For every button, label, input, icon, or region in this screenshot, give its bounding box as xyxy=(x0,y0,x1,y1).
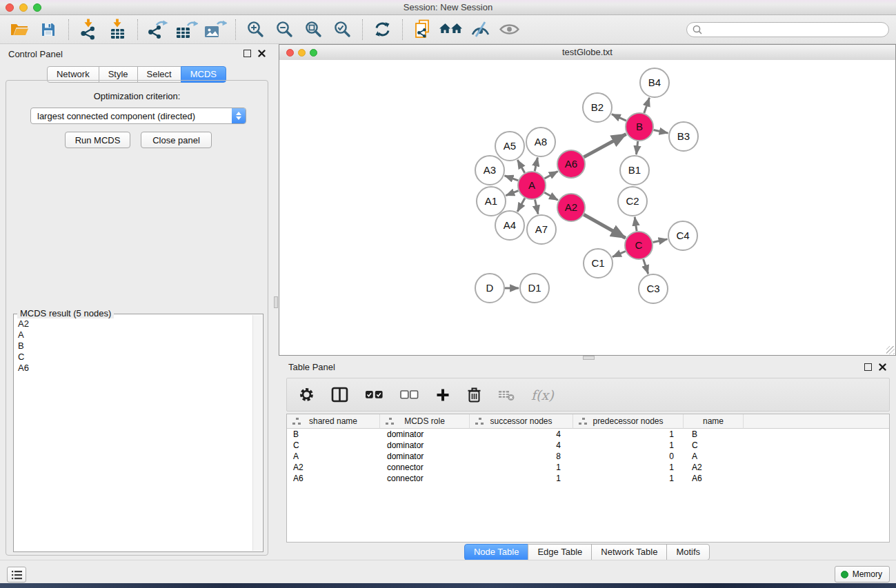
table-cell[interactable]: A2 xyxy=(287,462,380,473)
table-cell[interactable]: A xyxy=(684,451,744,462)
vertical-split-divider[interactable] xyxy=(274,44,279,560)
import-network-icon[interactable] xyxy=(76,17,101,42)
table-row[interactable]: Cdominator41C xyxy=(287,440,889,451)
resize-grip-icon[interactable] xyxy=(886,346,895,354)
table-cell[interactable]: dominator xyxy=(380,451,470,462)
table-row[interactable]: A6connector11A6 xyxy=(287,473,889,484)
column-header-shared-name[interactable]: shared name xyxy=(287,414,380,429)
graph-edge-B-B2[interactable] xyxy=(612,114,626,121)
table-cell[interactable]: connector xyxy=(380,473,470,484)
table-cell[interactable]: 1 xyxy=(470,473,573,484)
memory-button[interactable]: Memory xyxy=(835,566,890,582)
graph-edge-A-A1[interactable] xyxy=(506,191,518,196)
graph-edge-B-B1[interactable] xyxy=(637,141,638,154)
close-panel-icon[interactable] xyxy=(879,363,886,371)
graph-edge-A-A5[interactable] xyxy=(517,160,524,173)
graph-edge-A-A2[interactable] xyxy=(544,192,558,200)
float-panel-icon[interactable] xyxy=(864,363,872,371)
table-cell[interactable]: 1 xyxy=(573,429,684,440)
table-cell[interactable]: B xyxy=(287,429,380,440)
mcds-result-list[interactable]: A2ABCA6 xyxy=(14,318,253,551)
export-table-icon[interactable] xyxy=(174,17,199,42)
save-session-icon[interactable] xyxy=(36,17,61,42)
column-header-mcds-role[interactable]: MCDS role xyxy=(380,414,470,429)
graph-edge-C-C3[interactable] xyxy=(644,259,648,274)
zoom-out-icon[interactable] xyxy=(272,17,297,42)
delete-column-trash-icon[interactable] xyxy=(467,387,481,403)
column-header-successor-nodes[interactable]: successor nodes xyxy=(470,414,573,429)
task-history-button[interactable] xyxy=(7,567,26,582)
close-panel-button[interactable]: Close panel xyxy=(141,132,212,148)
refresh-icon[interactable] xyxy=(370,17,395,42)
first-neighbors-icon[interactable] xyxy=(439,17,464,42)
result-list-item[interactable]: A2 xyxy=(14,318,253,330)
table-settings-gear-icon[interactable] xyxy=(299,387,315,403)
table-cell[interactable]: 0 xyxy=(573,451,684,462)
tab-motifs[interactable]: Motifs xyxy=(666,544,710,560)
graph-edge-C-C2[interactable] xyxy=(635,217,637,231)
export-image-icon[interactable] xyxy=(203,17,228,42)
column-header-predecessor-nodes[interactable]: predecessor nodes xyxy=(573,414,684,429)
select-all-icon[interactable] xyxy=(365,390,384,399)
show-graphics-details-icon[interactable] xyxy=(497,17,521,42)
table-cell[interactable]: connector xyxy=(380,462,470,473)
tab-node-table[interactable]: Node Table xyxy=(464,544,529,560)
table-cell[interactable]: C xyxy=(684,440,744,451)
table-cell[interactable]: B xyxy=(684,429,744,440)
function-builder-icon[interactable]: f(x) xyxy=(531,387,554,403)
graph-edge-C-C1[interactable] xyxy=(613,252,626,257)
table-cell[interactable]: A6 xyxy=(684,473,744,484)
column-header-name[interactable]: name xyxy=(684,414,744,429)
new-network-from-selection-icon[interactable] xyxy=(410,17,435,42)
graph-edge-C-C4[interactable] xyxy=(653,239,668,243)
graph-edge-A-A6[interactable] xyxy=(544,172,557,179)
divider-grip[interactable] xyxy=(274,296,278,308)
table-cell[interactable]: dominator xyxy=(380,440,470,451)
close-panel-icon[interactable] xyxy=(258,50,266,57)
table-cell[interactable]: A2 xyxy=(684,462,744,473)
search-field[interactable] xyxy=(686,22,889,37)
table-row[interactable]: A2connector11A2 xyxy=(287,462,889,473)
table-cell[interactable]: C xyxy=(287,440,380,451)
tab-network-table[interactable]: Network Table xyxy=(591,544,667,560)
table-cell[interactable]: A xyxy=(287,451,380,462)
run-mcds-button[interactable]: Run MCDS xyxy=(65,132,130,148)
divider-grip[interactable] xyxy=(583,356,595,360)
node-table[interactable]: shared nameMCDS rolesuccessor nodesprede… xyxy=(286,414,890,543)
horizontal-split-divider[interactable] xyxy=(279,356,896,361)
result-list-item[interactable]: A6 xyxy=(14,363,253,374)
table-row[interactable]: Adominator80A xyxy=(287,451,889,462)
export-network-icon[interactable] xyxy=(145,17,170,42)
table-cell[interactable]: 4 xyxy=(470,429,573,440)
network-canvas[interactable]: AA1A2A3A4A5A6A7A8BB1B2B3B4CC1C2C3C4DD1 xyxy=(279,60,895,355)
zoom-fit-icon[interactable] xyxy=(301,17,326,42)
tab-edge-table[interactable]: Edge Table xyxy=(528,544,592,560)
graph-edge-B-B3[interactable] xyxy=(654,130,668,134)
table-cell[interactable]: 1 xyxy=(573,473,684,484)
graph-edge-A-A4[interactable] xyxy=(517,198,525,212)
result-scrollbar[interactable] xyxy=(252,315,262,551)
table-cell[interactable]: 4 xyxy=(470,440,573,451)
table-row[interactable]: Bdominator41B xyxy=(287,429,889,440)
search-input[interactable] xyxy=(706,23,888,36)
float-panel-icon[interactable] xyxy=(243,50,251,57)
graph-edge-A6-B[interactable] xyxy=(584,134,626,157)
table-cell[interactable]: A6 xyxy=(287,473,380,484)
graph-edge-A-A8[interactable] xyxy=(535,158,537,172)
graph-edge-B-B4[interactable] xyxy=(644,98,650,113)
delete-table-icon[interactable] xyxy=(498,388,515,401)
graph-edge-A-A7[interactable] xyxy=(535,200,539,214)
result-list-item[interactable]: A xyxy=(14,330,253,341)
table-cell[interactable]: 1 xyxy=(573,462,684,473)
create-column-plus-icon[interactable] xyxy=(435,387,450,403)
deselect-all-icon[interactable] xyxy=(400,390,419,399)
table-cell[interactable]: 1 xyxy=(573,440,684,451)
table-cell[interactable]: 1 xyxy=(470,462,573,473)
table-cell[interactable]: dominator xyxy=(380,429,470,440)
zoom-in-icon[interactable] xyxy=(243,17,268,42)
table-cell[interactable]: 8 xyxy=(470,451,573,462)
result-list-item[interactable]: B xyxy=(14,341,253,352)
network-window-titlebar[interactable]: testGlobe.txt xyxy=(279,45,895,61)
import-table-icon[interactable] xyxy=(105,17,130,42)
show-column-icon[interactable] xyxy=(331,387,348,403)
